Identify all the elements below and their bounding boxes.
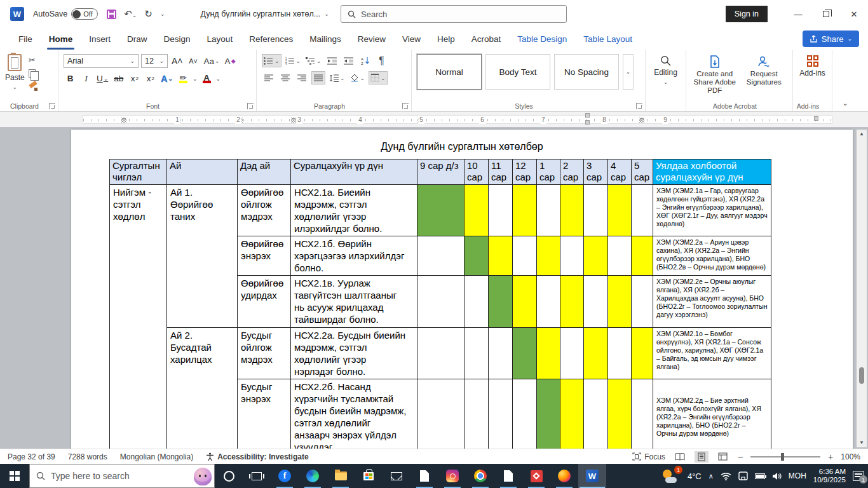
table-cell[interactable]: Ай 2. Бусадтай харилцах (167, 328, 238, 449)
subscript-button[interactable]: x2 (128, 72, 141, 85)
month-cell[interactable] (489, 379, 513, 449)
table-header-cell[interactable]: 12 сар (513, 159, 537, 185)
chrome-button[interactable] (466, 464, 494, 488)
month-cell[interactable] (608, 379, 632, 449)
month-cell[interactable] (537, 328, 560, 379)
copy-button[interactable] (29, 69, 36, 78)
create-pdf-button[interactable]: Create and Share Adobe PDF (691, 54, 738, 100)
request-signatures-button[interactable]: x Request Signatures (741, 54, 788, 100)
table-header-cell[interactable]: 4 сар (608, 159, 632, 185)
red-app-button[interactable] (522, 464, 550, 488)
word-taskbar-button[interactable]: W (578, 464, 606, 488)
text-effects-button[interactable]: A⌄ (159, 72, 174, 85)
table-header-cell[interactable]: 1 сар (537, 159, 560, 185)
month-cell[interactable] (489, 236, 513, 276)
font-name-combo[interactable]: Arial⌄ (64, 54, 139, 68)
cortana-button[interactable] (215, 464, 243, 488)
action-center-button[interactable]: 1 (853, 471, 864, 481)
task-view-button[interactable] (243, 464, 271, 488)
month-cell[interactable] (513, 236, 537, 276)
table-cell[interactable]: Өөрийгөө ойлгож мэдрэх (238, 185, 291, 236)
font-color-chevron-icon[interactable]: ⌄ (216, 76, 221, 82)
zoom-slider-thumb[interactable] (781, 453, 784, 461)
change-case-button[interactable]: Aa⌄ (203, 55, 221, 68)
clock[interactable]: 6:36 AM 10/9/2025 (813, 468, 846, 484)
tab-insert[interactable]: Insert (81, 28, 119, 50)
table-header-cell[interactable]: Сургалтын чиглэл (110, 159, 167, 185)
paragraph-dialog-launcher[interactable] (402, 103, 409, 109)
collapse-ribbon-button[interactable]: ⌄ (832, 50, 858, 111)
style-card-body-text[interactable]: Body Text (485, 54, 550, 90)
italic-button[interactable]: I (79, 72, 93, 85)
superscript-button[interactable]: x2 (144, 72, 157, 85)
numbering-button[interactable]: 123⌄ (284, 54, 302, 67)
volume-icon[interactable] (772, 472, 782, 480)
horizontal-ruler[interactable]: 123456789 (83, 115, 832, 124)
customize-qat-icon[interactable]: ⌄ (160, 11, 165, 17)
hanging-indent-marker[interactable] (585, 120, 590, 125)
clipboard-dialog-launcher[interactable] (49, 103, 55, 109)
autosave-switch[interactable]: Off (71, 8, 98, 20)
tab-table-layout[interactable]: Table Layout (575, 28, 641, 50)
month-cell[interactable] (632, 379, 653, 449)
table-cell[interactable]: ХЭМ (ХЭМ2.2а – Ариун цэвэр сахина), ХЯ (… (653, 236, 771, 276)
table-column-marker[interactable] (121, 118, 126, 123)
tab-references[interactable]: References (241, 28, 301, 50)
table-header-cell[interactable]: 2 сар (560, 159, 584, 185)
align-left-button[interactable] (262, 71, 276, 85)
store-button[interactable] (355, 464, 383, 488)
weather-widget[interactable]: 1 (661, 468, 681, 484)
right-indent-marker[interactable] (814, 116, 818, 121)
mail-button[interactable] (383, 464, 410, 488)
align-right-button[interactable] (295, 71, 309, 85)
table-cell[interactable]: НСХ2.2а. Бусдын биеийн мэдрэмж, сэтгэл х… (291, 328, 417, 379)
month-cell[interactable] (513, 185, 537, 236)
save-icon[interactable] (107, 10, 116, 19)
month-cell[interactable] (465, 379, 489, 449)
month-cell[interactable] (632, 276, 653, 328)
grow-font-button[interactable]: A˄ (170, 55, 184, 68)
table-header-cell[interactable]: 9 сар д/з (417, 159, 465, 185)
sort-button[interactable]: AZ (358, 54, 372, 67)
table-cell[interactable]: Бусдыг ойлгож мэдрэх (238, 328, 291, 379)
document-page[interactable]: Дунд бүлгийн сургалтын хөтөлбөр Сургалты… (71, 130, 853, 449)
month-cell[interactable] (584, 379, 608, 449)
tab-file[interactable]: File (10, 28, 41, 50)
month-cell[interactable] (560, 328, 584, 379)
document-app2-button[interactable] (494, 464, 522, 488)
styles-gallery-scroll[interactable]: ⌄ (623, 54, 634, 90)
justify-button[interactable] (311, 71, 325, 85)
month-cell[interactable] (489, 328, 513, 379)
month-cell[interactable] (608, 236, 632, 276)
month-cell[interactable] (537, 276, 560, 328)
table-cell[interactable]: ХЭМ (ХЭМ2.1о – Бөмбөг өнхрүүлнэ), ХЯ (ХЯ… (653, 328, 771, 379)
month-cell[interactable] (465, 185, 489, 236)
tab-home[interactable]: Home (41, 28, 81, 50)
show-marks-button[interactable]: ¶ (375, 54, 389, 67)
word-count[interactable]: 7288 words (68, 452, 107, 461)
table-cell[interactable]: НСХ2.1б. Өөрийн хэрэгцээгээ илэрхийлдэг … (291, 236, 417, 276)
borders-button[interactable]: ⌄ (369, 71, 388, 85)
tab-layout[interactable]: Layout (199, 28, 241, 50)
table-header-cell[interactable]: 11 сар (489, 159, 513, 185)
month-cell[interactable] (417, 379, 465, 449)
month-cell[interactable] (417, 236, 465, 276)
month-cell[interactable] (584, 276, 608, 328)
facebook-button[interactable]: f (271, 464, 299, 488)
table-cell[interactable]: НСХ2.1а. Биеийн мэдрэмж, сэтгэл хөдлөлий… (291, 185, 417, 236)
font-color-button[interactable]: A (200, 72, 214, 85)
month-cell[interactable] (608, 328, 632, 379)
month-cell[interactable] (560, 236, 584, 276)
month-cell[interactable] (584, 328, 608, 379)
table-cell[interactable]: Нийгэм - сэтгэл хөдлөл (110, 185, 167, 449)
strikethrough-button[interactable]: ab (112, 72, 125, 85)
table-cell[interactable]: ХЭМ (ХЭМ2.1а – Гар, сарвуугаар хөдөлгөөн… (653, 185, 771, 236)
file-explorer-button[interactable] (327, 464, 355, 488)
increase-indent-button[interactable] (342, 54, 356, 67)
document-app-button[interactable] (410, 464, 438, 488)
table-column-marker[interactable] (639, 118, 644, 123)
month-cell[interactable] (632, 185, 653, 236)
table-header-cell[interactable]: 10 сар (465, 159, 489, 185)
month-cell[interactable] (465, 236, 489, 276)
accessibility-status[interactable]: Accessibility: Investigate (206, 452, 308, 461)
